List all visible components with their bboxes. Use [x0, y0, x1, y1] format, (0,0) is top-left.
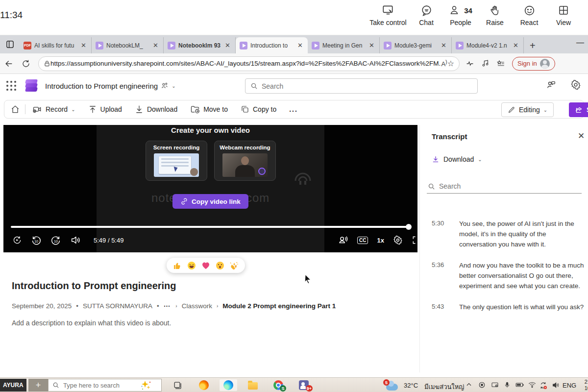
- replay-icon[interactable]: [12, 235, 22, 245]
- favorites-bar-icon[interactable]: [496, 59, 505, 68]
- record-button[interactable]: Record ⌄: [32, 104, 75, 114]
- breadcrumb-current[interactable]: Module 2 Prompt engineering Part 1: [222, 302, 336, 310]
- progress-bar[interactable]: [11, 226, 409, 228]
- video-player[interactable]: Create your own video Screen recording W…: [3, 125, 417, 252]
- tab-close-icon[interactable]: ✕: [152, 42, 159, 49]
- people-button[interactable]: 34 People: [442, 3, 479, 26]
- weather-temp[interactable]: 32°C: [404, 382, 418, 389]
- settings-gear-icon[interactable]: [570, 79, 581, 90]
- language-indicator[interactable]: ENG: [563, 382, 576, 389]
- player-settings-icon[interactable]: [393, 235, 403, 245]
- browser-tab[interactable]: Module3-gemi ✕: [380, 37, 452, 53]
- read-aloud-icon[interactable]: A): [441, 59, 447, 68]
- transcript-toggle-icon[interactable]: [338, 235, 348, 245]
- video-author[interactable]: SUTTA SORNMAYURA: [83, 302, 152, 310]
- browser-tab[interactable]: PDF AI skills for futu ✕: [20, 37, 92, 53]
- favorite-star-icon[interactable]: ☆: [447, 59, 454, 68]
- tab-close-icon[interactable]: ✕: [368, 42, 375, 49]
- wifi-icon[interactable]: [528, 381, 536, 388]
- sign-in-button[interactable]: Sign in: [512, 57, 555, 71]
- transcript-entry[interactable]: 5:30 You see, the power of AI isn't just…: [427, 219, 585, 250]
- transcript-entry[interactable]: 5:36 And now you have the toolkit to be …: [427, 261, 585, 292]
- new-tab-button[interactable]: +: [524, 40, 541, 53]
- edge-icon[interactable]: [220, 379, 237, 391]
- take-control-button[interactable]: Take control: [369, 3, 407, 26]
- task-view-icon[interactable]: [169, 379, 186, 391]
- chrome-icon[interactable]: S: [270, 379, 287, 391]
- file-explorer-icon[interactable]: [244, 379, 262, 391]
- vertical-tabs-icon[interactable]: [0, 35, 20, 53]
- copy-to-button[interactable]: Copy to: [241, 105, 276, 114]
- volume-icon[interactable]: [70, 235, 81, 245]
- download-button[interactable]: Download: [135, 105, 177, 114]
- share-button[interactable]: Share: [569, 102, 588, 117]
- playback-speed[interactable]: 1x: [377, 237, 384, 244]
- weather-description[interactable]: มีเมฆส่วนใหญ่: [424, 382, 464, 392]
- chevron-down-icon[interactable]: ⌄: [172, 83, 175, 89]
- search-box[interactable]: [245, 78, 478, 94]
- app-launcher-icon[interactable]: [6, 80, 17, 91]
- tab-close-icon[interactable]: ✕: [440, 42, 447, 49]
- laughing-reaction[interactable]: [187, 261, 196, 270]
- clap-reaction[interactable]: [230, 261, 239, 270]
- share-tray-plus-button[interactable]: +: [28, 379, 48, 392]
- home-button[interactable]: [10, 104, 20, 114]
- microphone-icon[interactable]: [504, 381, 511, 389]
- close-icon[interactable]: ✕: [578, 131, 585, 141]
- browser-tab[interactable]: Module4-v2 1.n ✕: [452, 37, 524, 53]
- transcript-search[interactable]: [427, 180, 582, 194]
- url-input[interactable]: [50, 60, 441, 67]
- chat-button[interactable]: Chat: [408, 3, 445, 26]
- browser-tab-active[interactable]: Introduction to ✕: [236, 37, 308, 53]
- tray-expand-icon[interactable]: [466, 381, 472, 388]
- forward-10-icon[interactable]: 10: [50, 235, 61, 245]
- sync-error-icon[interactable]: [539, 381, 547, 390]
- closed-captions-icon[interactable]: CC: [357, 237, 368, 244]
- rewind-10-icon[interactable]: 10: [31, 235, 42, 245]
- upload-button[interactable]: Upload: [88, 105, 122, 114]
- more-commands-button[interactable]: ...: [289, 105, 298, 113]
- share-people-icon[interactable]: [161, 82, 169, 90]
- transcript-download-button[interactable]: Download ⌄: [432, 155, 482, 163]
- firefox-icon[interactable]: [195, 379, 213, 391]
- thumbs-up-reaction[interactable]: [173, 261, 182, 270]
- feedback-icon[interactable]: [546, 79, 557, 90]
- browser-essentials-icon[interactable]: [466, 59, 474, 68]
- breadcrumb-classwork[interactable]: Classwork: [182, 302, 212, 310]
- tab-close-icon[interactable]: ✕: [296, 42, 304, 49]
- video-date: September 20, 2025: [12, 302, 72, 310]
- move-to-button[interactable]: Move to: [190, 104, 228, 114]
- search-input[interactable]: [262, 82, 472, 90]
- weather-icon[interactable]: 5: [383, 379, 401, 391]
- editing-dropdown-button[interactable]: Editing ⌄: [501, 102, 554, 117]
- react-button[interactable]: React: [511, 3, 548, 26]
- speaker-icon[interactable]: [552, 381, 560, 389]
- tab-close-icon[interactable]: ✕: [512, 42, 519, 49]
- address-bar[interactable]: A) ☆: [38, 56, 460, 71]
- back-icon[interactable]: [4, 59, 14, 69]
- battery-icon[interactable]: [515, 381, 524, 388]
- breadcrumb-more-icon[interactable]: ⋯: [164, 302, 172, 310]
- browser-tab[interactable]: NotebookLM_ ✕: [92, 37, 164, 53]
- window-minimize-button[interactable]: —: [576, 38, 584, 47]
- teams-icon[interactable]: 9+: [295, 379, 313, 391]
- copy-video-link-button[interactable]: Copy video link: [172, 194, 248, 209]
- tab-close-icon[interactable]: ✕: [80, 42, 87, 49]
- transcript-entry[interactable]: 5:43 The only question left is what will…: [427, 302, 585, 313]
- heart-reaction[interactable]: [201, 261, 210, 270]
- recording-icon[interactable]: [478, 381, 486, 389]
- browser-tab[interactable]: Meeting in Gen ✕: [308, 37, 380, 53]
- video-description[interactable]: Add a description to explain what this v…: [12, 319, 171, 327]
- tab-close-icon[interactable]: ✕: [224, 42, 231, 49]
- view-button[interactable]: View: [545, 3, 582, 26]
- transcript-search-input[interactable]: [439, 182, 581, 190]
- taskbar-clock[interactable]: 2:0 10/: [577, 379, 588, 392]
- refresh-icon[interactable]: [22, 59, 30, 68]
- media-controls-icon[interactable]: [481, 59, 490, 68]
- progress-knob[interactable]: [406, 224, 412, 230]
- cast-display-icon[interactable]: [491, 381, 499, 389]
- surprised-reaction[interactable]: [216, 261, 224, 270]
- raise-hand-button[interactable]: Raise: [476, 3, 514, 26]
- browser-tab[interactable]: Notebooklm 93 ✕: [164, 37, 236, 53]
- copilot-icon[interactable]: [137, 379, 155, 391]
